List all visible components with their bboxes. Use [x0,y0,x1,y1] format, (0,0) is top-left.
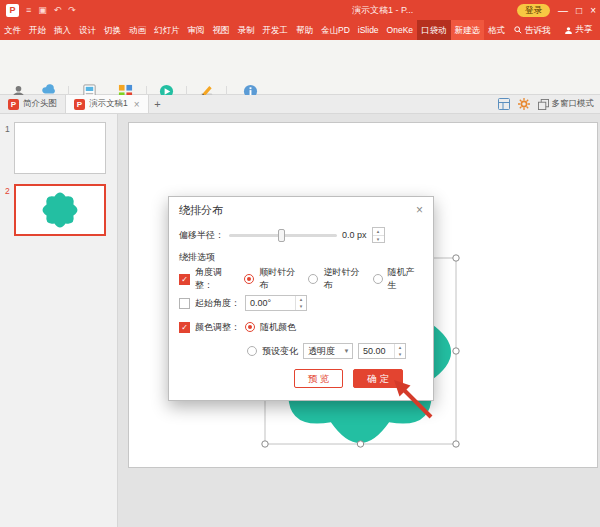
maximize-button[interactable]: □ [576,5,582,16]
offset-radius-value: 0.0 px [342,230,367,240]
tab-design[interactable]: 设计 [75,20,100,40]
redo-icon[interactable]: ↷ [68,5,76,15]
ppt-file-icon: P [8,99,19,110]
color-adjust-checkbox[interactable]: ✓ [179,322,190,333]
login-badge[interactable]: 登录 [517,4,550,17]
tab-home[interactable]: 开始 [25,20,50,40]
annotation-arrow [385,372,440,427]
tab-onekey[interactable]: OneKe [383,20,417,40]
clockwise-label: 顺时针分布 [259,266,303,292]
tab-transition[interactable]: 切换 [100,20,125,40]
color-adjust-label: 颜色调整： [195,321,240,334]
app-window: P ≡ ▣ ↶ ↷ 演示文稿1 - P... 登录 — □ × 文件 开始 插入… [0,0,600,527]
titlebar-controls: 登录 — □ × [517,0,596,20]
chevron-down-icon: ▼ [341,348,352,354]
clockwise-radio[interactable] [244,274,254,284]
spin-up-icon[interactable]: ▴ [296,296,306,303]
doc-tab-tools: 多窗口模式 [498,95,600,113]
share-button[interactable]: 共享 [556,20,600,40]
slide-2-number: 2 [5,186,10,196]
start-angle-label: 起始角度： [195,297,240,310]
preset-variation-row: 预设变化 透明度 ▼ 50.00 ▴ ▾ [179,339,423,363]
title-bar: P ≡ ▣ ↶ ↷ 演示文稿1 - P... 登录 — □ × [0,0,600,20]
tab-pocket-animation[interactable]: 口袋动 [417,20,451,40]
preset-type-value: 透明度 [304,345,341,358]
multi-window-mode-button[interactable]: 多窗口模式 [538,98,595,110]
tab-jinshan-pdf[interactable]: 金山PD [317,20,354,40]
search-icon [514,26,522,34]
random-color-label: 随机颜色 [260,321,296,334]
random-color-radio[interactable] [245,322,255,332]
tab-review[interactable]: 审阅 [184,20,209,40]
tab-record[interactable]: 录制 [234,20,259,40]
spin-up-icon[interactable]: ▴ [395,344,405,351]
slide-thumbnail-panel: 1 2 [0,114,118,527]
new-doc-tab-button[interactable]: + [149,95,167,113]
preset-type-dropdown[interactable]: 透明度 ▼ [303,343,353,359]
tell-me-search[interactable]: 告诉我 [509,20,556,40]
tab-view[interactable]: 视图 [209,20,234,40]
tab-insert[interactable]: 插入 [50,20,75,40]
tell-me-label: 告诉我 [525,20,551,40]
start-angle-checkbox[interactable] [179,298,190,309]
start-angle-row: 起始角度： 0.00° ▴ ▾ [179,291,423,315]
multi-window-label: 多窗口模式 [552,98,595,110]
wrap-distribute-dialog: 绕排分布 × 偏移半径： 0.0 px ▴ ▾ 绕排选项 ✓ 角度调整： [168,196,434,401]
doc-tab-close-icon[interactable]: × [134,99,140,110]
tab-developer[interactable]: 开发工 [259,20,293,40]
layout-switch-icon[interactable] [498,98,510,110]
quick-access-toolbar: P ≡ ▣ ↶ ↷ [0,4,76,17]
doc-tab-presentation1-label: 演示文稿1 [89,98,128,110]
share-person-icon [564,26,573,35]
random-generate-radio[interactable] [373,274,383,284]
save-icon[interactable]: ▣ [38,5,47,15]
ribbon-tab-bar: 文件 开始 插入 设计 切换 动画 幻灯片 审阅 视图 录制 开发工 帮助 金山… [0,20,600,40]
offset-radius-label: 偏移半径： [179,229,224,242]
wrap-options-section-label: 绕排选项 [179,247,423,267]
tab-file[interactable]: 文件 [0,20,25,40]
spin-down-icon[interactable]: ▾ [395,351,405,358]
spin-down-icon[interactable]: ▾ [373,236,384,243]
doc-tab-intro[interactable]: P 简介头图 [0,95,65,113]
gear-icon[interactable] [518,98,530,110]
slide-1-thumbnail[interactable] [14,122,106,174]
doc-tab-intro-label: 简介头图 [23,98,57,110]
menu-icon[interactable]: ≡ [26,5,31,15]
preset-variation-radio[interactable] [247,346,257,356]
dialog-close-icon[interactable]: × [416,203,423,217]
slide-1-number: 1 [5,124,10,134]
tab-islide[interactable]: iSlide [354,20,383,40]
stepper-arrows[interactable]: ▴ ▾ [394,344,405,358]
document-tab-bar: P 简介头图 P 演示文稿1 × + 多窗口模式 [0,95,600,114]
slide-2-thumbnail[interactable] [14,184,106,236]
angle-adjust-row: ✓ 角度调整： 顺时针分布 逆时针分布 随机产生 [179,267,423,291]
offset-radius-row: 偏移半径： 0.0 px ▴ ▾ [179,223,423,247]
preview-button[interactable]: 预 览 [294,369,344,388]
slide-2-shape-preview [38,188,82,232]
preset-value-stepper[interactable]: 50.00 ▴ ▾ [358,343,406,359]
stepper-arrows[interactable]: ▴ ▾ [295,296,306,310]
start-angle-value: 0.00° [246,296,295,310]
dialog-title: 绕排分布 [179,203,223,218]
minimize-button[interactable]: — [558,5,568,16]
start-angle-stepper[interactable]: 0.00° ▴ ▾ [245,295,307,311]
counterclockwise-radio[interactable] [308,274,318,284]
close-button[interactable]: × [590,5,596,16]
undo-icon[interactable]: ↶ [54,5,62,15]
offset-radius-stepper[interactable]: ▴ ▾ [372,227,385,243]
offset-radius-slider[interactable] [229,234,337,237]
preset-variation-label: 预设变化 [262,345,298,358]
tab-animation[interactable]: 动画 [125,20,150,40]
slider-handle[interactable] [278,229,285,242]
ppt-file-icon: P [74,99,85,110]
spin-down-icon[interactable]: ▾ [296,303,306,310]
doc-tab-presentation1[interactable]: P 演示文稿1 × [65,95,149,113]
tab-slideshow[interactable]: 幻灯片 [150,20,184,40]
ribbon-content: 登录 我的 云素材 账户 智能图文 智能设计 ▼ AI 设计 动画 ▼ 设计 [0,40,600,95]
tab-format[interactable]: 格式 [484,20,509,40]
tab-help[interactable]: 帮助 [292,20,317,40]
counterclockwise-label: 逆时针分布 [323,266,367,292]
angle-adjust-checkbox[interactable]: ✓ [179,274,190,285]
tab-new-custom[interactable]: 新建选 [451,20,485,40]
spin-up-icon[interactable]: ▴ [373,228,384,236]
